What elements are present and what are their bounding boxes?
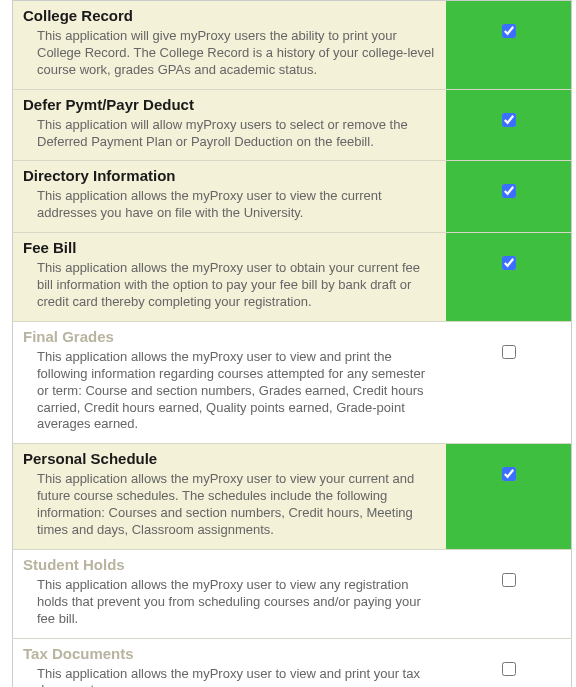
permission-row: Fee BillThis application allows the myPr… (13, 233, 572, 322)
permission-title: Tax Documents (23, 645, 436, 662)
permission-desc-cell: Fee BillThis application allows the myPr… (13, 233, 447, 322)
permission-title: Fee Bill (23, 239, 436, 256)
permission-title: Student Holds (23, 556, 436, 573)
permission-desc-cell: Directory InformationThis application al… (13, 161, 447, 233)
permission-row: College RecordThis application will give… (13, 1, 572, 90)
permission-checkbox-cell (446, 1, 571, 90)
permission-desc-cell: Final GradesThis application allows the … (13, 321, 447, 443)
permission-description: This application allows the myProxy user… (23, 260, 436, 311)
permission-checkbox[interactable] (502, 24, 516, 38)
permission-title: Defer Pymt/Payr Deduct (23, 96, 436, 113)
permissions-table: College RecordThis application will give… (12, 0, 572, 687)
permission-title: Final Grades (23, 328, 436, 345)
permission-checkbox[interactable] (502, 345, 516, 359)
permission-desc-cell: Tax DocumentsThis application allows the… (13, 638, 447, 687)
permission-desc-cell: College RecordThis application will give… (13, 1, 447, 90)
permission-desc-cell: Defer Pymt/Payr DeductThis application w… (13, 89, 447, 161)
permission-checkbox[interactable] (502, 184, 516, 198)
permission-row: Tax DocumentsThis application allows the… (13, 638, 572, 687)
permission-checkbox-cell (446, 89, 571, 161)
permission-desc-cell: Student HoldsThis application allows the… (13, 549, 447, 638)
permission-checkbox[interactable] (502, 573, 516, 587)
permission-checkbox-cell (446, 233, 571, 322)
permission-checkbox-cell (446, 161, 571, 233)
permission-description: This application allows the myProxy user… (23, 471, 436, 539)
permission-row: Student HoldsThis application allows the… (13, 549, 572, 638)
permission-checkbox-cell (446, 549, 571, 638)
permission-title: Directory Information (23, 167, 436, 184)
permission-checkbox[interactable] (502, 467, 516, 481)
permission-checkbox[interactable] (502, 256, 516, 270)
permission-checkbox-cell (446, 321, 571, 443)
permission-description: This application will allow myProxy user… (23, 117, 436, 151)
permission-description: This application allows the myProxy user… (23, 666, 436, 687)
permission-description: This application allows the myProxy user… (23, 188, 436, 222)
permission-row: Defer Pymt/Payr DeductThis application w… (13, 89, 572, 161)
permission-desc-cell: Personal ScheduleThis application allows… (13, 444, 447, 550)
permission-row: Directory InformationThis application al… (13, 161, 572, 233)
permission-checkbox[interactable] (502, 113, 516, 127)
permission-row: Final GradesThis application allows the … (13, 321, 572, 443)
permission-title: College Record (23, 7, 436, 24)
permission-row: Personal ScheduleThis application allows… (13, 444, 572, 550)
permission-checkbox-cell (446, 444, 571, 550)
permission-checkbox-cell (446, 638, 571, 687)
permission-description: This application allows the myProxy user… (23, 577, 436, 628)
permission-description: This application allows the myProxy user… (23, 349, 436, 433)
permission-description: This application will give myProxy users… (23, 28, 436, 79)
permission-checkbox[interactable] (502, 662, 516, 676)
permission-title: Personal Schedule (23, 450, 436, 467)
